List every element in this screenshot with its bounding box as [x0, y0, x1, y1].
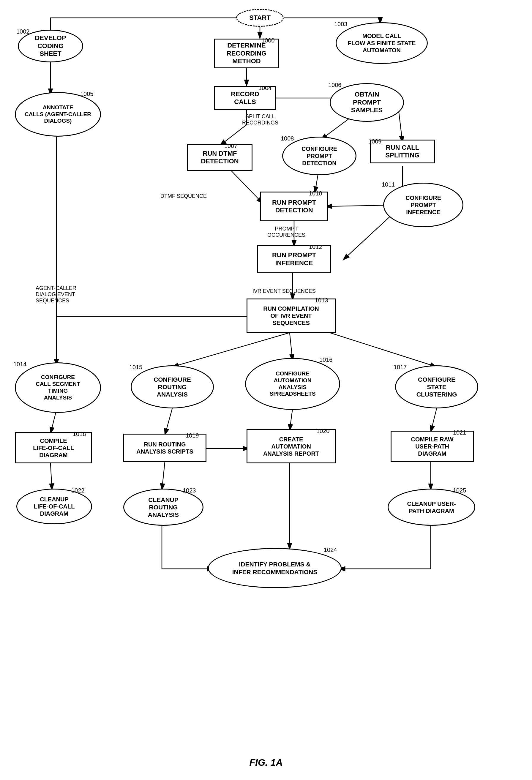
num-1025: 1025 — [453, 487, 466, 494]
num-1013: 1013 — [315, 297, 328, 304]
num-1006: 1006 — [328, 82, 342, 89]
node-1014: CONFIGURECALL SEGMENTTIMINGANALYSIS — [15, 362, 101, 413]
label-prompt-occ: PROMPTOCCURENCES — [267, 226, 305, 238]
svg-line-18 — [431, 408, 437, 432]
node-1024: IDENTIFY PROBLEMS &INFER RECOMMENDATIONS — [208, 548, 342, 588]
num-1011: 1011 — [382, 181, 395, 188]
num-1008: 1008 — [281, 135, 294, 142]
svg-line-15 — [50, 410, 56, 434]
num-1019: 1019 — [186, 432, 199, 439]
svg-line-17 — [290, 408, 293, 431]
label-dtmf: DTMF SEQUENCE — [160, 193, 207, 199]
num-1018: 1018 — [73, 431, 86, 438]
node-1011: CONFIGUREPROMPTINFERENCE — [383, 183, 464, 227]
svg-line-14 — [290, 333, 293, 361]
node-1023: CLEANUPROUTINGANALYSIS — [123, 489, 203, 526]
num-1012: 1012 — [309, 244, 322, 250]
num-1017: 1017 — [394, 364, 407, 371]
diagram-container: START DETERMINERECORDINGMETHOD 1000 DEVE… — [0, 0, 532, 780]
num-1010: 1010 — [309, 190, 322, 197]
svg-line-16 — [165, 408, 172, 435]
num-1016: 1016 — [319, 356, 333, 363]
num-1020: 1020 — [317, 428, 330, 435]
node-1003: MODEL CALLFLOW AS FINITE STATEAUTOMATON — [336, 22, 428, 64]
label-split-call: SPLIT CALLRECORDINGS — [242, 113, 278, 126]
num-1007: 1007 — [224, 143, 238, 149]
fig-caption: FIG. 1A — [249, 757, 283, 768]
num-1005: 1005 — [80, 91, 94, 97]
num-1002: 1002 — [16, 28, 30, 35]
node-1015: CONFIGUREROUTINGANALYSIS — [131, 365, 214, 408]
num-1022: 1022 — [71, 487, 85, 494]
node-1007: RUN DTMFDETECTION — [187, 144, 252, 171]
node-1022: CLEANUPLIFE-OF-CALLDIAGRAM — [16, 489, 92, 524]
start-node: START — [236, 9, 284, 27]
num-1009: 1009 — [368, 138, 382, 145]
node-1008: CONFIGUREPROMPTDETECTION — [282, 137, 356, 175]
num-1021: 1021 — [453, 429, 466, 436]
num-1004: 1004 — [258, 85, 272, 92]
num-1003: 1003 — [334, 21, 347, 28]
num-1024: 1024 — [324, 546, 337, 553]
num-1015: 1015 — [129, 364, 143, 371]
label-ivr: IVR EVENT SEQUENCES — [252, 288, 316, 294]
svg-line-19 — [50, 464, 52, 490]
num-1000: 1000 — [261, 37, 275, 44]
label-agent-dialog: AGENT-CALLERDIALOG EVENTSEQUENCES — [36, 285, 76, 304]
node-1016: CONFIGUREAUTOMATIONANALYSISSPREADSHEETS — [245, 358, 340, 410]
node-1006: OBTAINPROMPTSAMPLES — [330, 83, 404, 122]
node-1025: CLEANUP USER-PATH DIAGRAM — [388, 489, 475, 526]
num-1023: 1023 — [183, 487, 196, 494]
num-1014: 1014 — [13, 361, 27, 368]
svg-line-20 — [162, 462, 165, 490]
node-1005: ANNOTATECALLS (AGENT-CALLERDIALOGS) — [15, 92, 101, 137]
node-1017: CONFIGURESTATECLUSTERING — [395, 365, 478, 408]
